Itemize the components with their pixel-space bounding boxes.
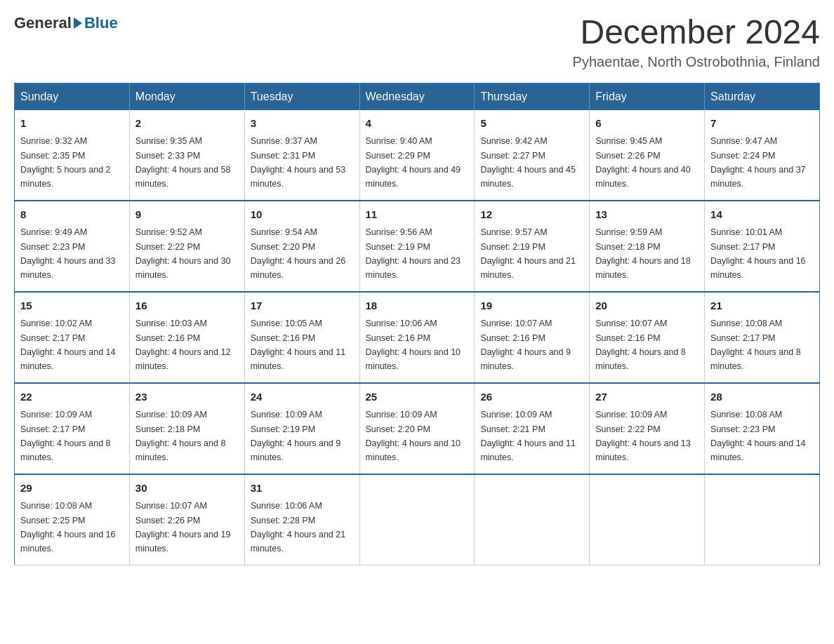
table-row	[359, 474, 475, 565]
day-number: 10	[251, 207, 354, 223]
header-friday: Friday	[590, 83, 705, 110]
day-info: Sunrise: 10:08 AMSunset: 2:17 PMDaylight…	[710, 318, 801, 371]
calendar-table: Sunday Monday Tuesday Wednesday Thursday…	[14, 83, 820, 565]
day-number: 15	[20, 298, 124, 314]
day-info: Sunrise: 10:07 AMSunset: 2:16 PMDaylight…	[595, 318, 686, 371]
day-info: Sunrise: 9:45 AMSunset: 2:26 PMDaylight:…	[595, 136, 691, 189]
table-row: 19 Sunrise: 10:07 AMSunset: 2:16 PMDayli…	[475, 292, 590, 383]
header-sunday: Sunday	[15, 83, 130, 110]
day-info: Sunrise: 10:02 AMSunset: 2:17 PMDaylight…	[20, 318, 116, 371]
day-number: 5	[480, 116, 583, 132]
logo: General Blue	[14, 14, 118, 32]
table-row	[590, 474, 705, 565]
logo-blue-text: Blue	[84, 14, 118, 32]
table-row: 24 Sunrise: 10:09 AMSunset: 2:19 PMDayli…	[244, 383, 359, 474]
table-row: 8 Sunrise: 9:49 AMSunset: 2:23 PMDayligh…	[15, 201, 130, 292]
table-row: 4 Sunrise: 9:40 AMSunset: 2:29 PMDayligh…	[359, 110, 475, 201]
month-title: December 2024	[573, 14, 820, 51]
day-number: 17	[251, 298, 354, 314]
table-row: 12 Sunrise: 9:57 AMSunset: 2:19 PMDaylig…	[475, 201, 590, 292]
table-row: 18 Sunrise: 10:06 AMSunset: 2:16 PMDayli…	[359, 292, 475, 383]
table-row: 6 Sunrise: 9:45 AMSunset: 2:26 PMDayligh…	[590, 110, 705, 201]
table-row: 26 Sunrise: 10:09 AMSunset: 2:21 PMDayli…	[475, 383, 590, 474]
day-number: 13	[595, 207, 699, 223]
day-info: Sunrise: 10:06 AMSunset: 2:16 PMDaylight…	[366, 318, 461, 371]
table-row: 10 Sunrise: 9:54 AMSunset: 2:20 PMDaylig…	[244, 201, 359, 292]
table-row: 31 Sunrise: 10:06 AMSunset: 2:28 PMDayli…	[244, 474, 359, 565]
day-number: 7	[710, 116, 814, 132]
header-monday: Monday	[129, 83, 244, 110]
title-section: December 2024 Pyhaentae, North Ostroboth…	[573, 14, 820, 70]
day-number: 22	[20, 389, 124, 405]
day-info: Sunrise: 10:09 AMSunset: 2:17 PMDaylight…	[20, 410, 111, 462]
table-row	[705, 474, 820, 565]
day-number: 9	[135, 207, 239, 223]
day-info: Sunrise: 9:59 AMSunset: 2:18 PMDaylight:…	[595, 227, 691, 280]
day-number: 2	[135, 116, 239, 132]
day-info: Sunrise: 9:52 AMSunset: 2:22 PMDaylight:…	[135, 227, 231, 280]
table-row: 3 Sunrise: 9:37 AMSunset: 2:31 PMDayligh…	[244, 110, 359, 201]
location-title: Pyhaentae, North Ostrobothnia, Finland	[573, 54, 820, 70]
day-number: 16	[135, 298, 239, 314]
day-info: Sunrise: 9:54 AMSunset: 2:20 PMDaylight:…	[251, 227, 346, 280]
day-number: 19	[480, 298, 583, 314]
day-number: 18	[366, 298, 469, 314]
day-number: 1	[20, 116, 124, 132]
day-number: 26	[480, 389, 583, 405]
day-info: Sunrise: 9:56 AMSunset: 2:19 PMDaylight:…	[366, 227, 461, 280]
table-row: 21 Sunrise: 10:08 AMSunset: 2:17 PMDayli…	[705, 292, 820, 383]
table-row: 30 Sunrise: 10:07 AMSunset: 2:26 PMDayli…	[129, 474, 244, 565]
day-number: 23	[135, 389, 239, 405]
table-row: 17 Sunrise: 10:05 AMSunset: 2:16 PMDayli…	[244, 292, 359, 383]
day-number: 6	[595, 116, 699, 132]
table-row: 22 Sunrise: 10:09 AMSunset: 2:17 PMDayli…	[15, 383, 130, 474]
day-number: 4	[366, 116, 469, 132]
table-row	[475, 474, 590, 565]
day-info: Sunrise: 10:09 AMSunset: 2:18 PMDaylight…	[135, 410, 226, 462]
table-row: 15 Sunrise: 10:02 AMSunset: 2:17 PMDayli…	[15, 292, 130, 383]
day-info: Sunrise: 9:42 AMSunset: 2:27 PMDaylight:…	[480, 136, 576, 189]
day-info: Sunrise: 10:03 AMSunset: 2:16 PMDaylight…	[135, 318, 231, 371]
table-row: 27 Sunrise: 10:09 AMSunset: 2:22 PMDayli…	[590, 383, 705, 474]
calendar-week-row: 22 Sunrise: 10:09 AMSunset: 2:17 PMDayli…	[15, 383, 820, 474]
header-thursday: Thursday	[475, 83, 590, 110]
calendar-week-row: 1 Sunrise: 9:32 AMSunset: 2:35 PMDayligh…	[15, 110, 820, 201]
day-info: Sunrise: 9:47 AMSunset: 2:24 PMDaylight:…	[710, 136, 806, 189]
calendar-header: Sunday Monday Tuesday Wednesday Thursday…	[15, 83, 820, 110]
day-info: Sunrise: 10:08 AMSunset: 2:23 PMDaylight…	[710, 410, 806, 462]
day-number: 27	[595, 389, 699, 405]
logo-arrow-icon	[74, 18, 82, 29]
day-info: Sunrise: 10:08 AMSunset: 2:25 PMDaylight…	[20, 501, 116, 554]
day-info: Sunrise: 9:40 AMSunset: 2:29 PMDaylight:…	[366, 136, 461, 189]
day-info: Sunrise: 10:01 AMSunset: 2:17 PMDaylight…	[710, 227, 806, 280]
table-row: 28 Sunrise: 10:08 AMSunset: 2:23 PMDayli…	[705, 383, 820, 474]
calendar-week-row: 8 Sunrise: 9:49 AMSunset: 2:23 PMDayligh…	[15, 201, 820, 292]
day-number: 11	[366, 207, 469, 223]
day-info: Sunrise: 9:57 AMSunset: 2:19 PMDaylight:…	[480, 227, 576, 280]
table-row: 29 Sunrise: 10:08 AMSunset: 2:25 PMDayli…	[15, 474, 130, 565]
day-info: Sunrise: 10:05 AMSunset: 2:16 PMDaylight…	[251, 318, 346, 371]
day-number: 14	[710, 207, 814, 223]
day-number: 20	[595, 298, 699, 314]
day-info: Sunrise: 9:32 AMSunset: 2:35 PMDaylight:…	[20, 136, 111, 189]
table-row: 14 Sunrise: 10:01 AMSunset: 2:17 PMDayli…	[705, 201, 820, 292]
day-number: 25	[366, 389, 469, 405]
day-number: 29	[20, 481, 124, 497]
day-number: 31	[251, 481, 354, 497]
day-info: Sunrise: 9:37 AMSunset: 2:31 PMDaylight:…	[251, 136, 346, 189]
header-wednesday: Wednesday	[359, 83, 475, 110]
table-row: 13 Sunrise: 9:59 AMSunset: 2:18 PMDaylig…	[590, 201, 705, 292]
table-row: 1 Sunrise: 9:32 AMSunset: 2:35 PMDayligh…	[15, 110, 130, 201]
day-number: 24	[251, 389, 354, 405]
day-number: 28	[710, 389, 814, 405]
day-number: 3	[251, 116, 354, 132]
day-headers-row: Sunday Monday Tuesday Wednesday Thursday…	[15, 83, 820, 110]
header-saturday: Saturday	[705, 83, 820, 110]
table-row: 11 Sunrise: 9:56 AMSunset: 2:19 PMDaylig…	[359, 201, 475, 292]
day-info: Sunrise: 10:09 AMSunset: 2:20 PMDaylight…	[366, 410, 461, 462]
day-info: Sunrise: 9:49 AMSunset: 2:23 PMDaylight:…	[20, 227, 116, 280]
day-number: 30	[135, 481, 239, 497]
calendar-body: 1 Sunrise: 9:32 AMSunset: 2:35 PMDayligh…	[15, 110, 820, 565]
day-number: 21	[710, 298, 814, 314]
page-header: General Blue December 2024 Pyhaentae, No…	[14, 14, 820, 70]
